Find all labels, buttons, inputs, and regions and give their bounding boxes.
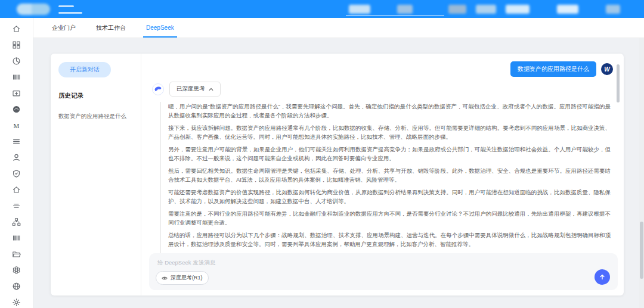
chevron-up-icon bbox=[209, 87, 213, 92]
portal-tab-bar: 企业门户 技术工作台 DeepSeek bbox=[33, 18, 644, 38]
thinking-content: 嗯，用户问的是“数据资产的应用路径是什么”，我需要先理解这个问题。首先，确定他们… bbox=[160, 102, 611, 254]
header-nav-underline bbox=[346, 15, 444, 16]
assistant-avatar bbox=[152, 83, 164, 95]
pie-chart-icon[interactable] bbox=[12, 57, 21, 66]
header-nav-item-blurred[interactable] bbox=[476, 5, 496, 14]
new-chat-button[interactable]: 开启新对话 bbox=[58, 62, 111, 77]
tab-label: DeepSeek bbox=[146, 24, 174, 31]
history-title: 历史记录 bbox=[58, 92, 133, 100]
header-nav-item-blurred[interactable] bbox=[448, 5, 466, 14]
globe-icon[interactable] bbox=[12, 282, 21, 291]
history-item[interactable]: 数据资产的应用路径是什么 bbox=[58, 113, 133, 120]
thinking-paragraph: 可能还需要考虑数据资产的价值实现路径，比如数据如何转化为商业价值，从原始数据到分… bbox=[168, 188, 611, 206]
send-arrow-icon bbox=[599, 273, 606, 281]
user-message-row: 数据资产的应用路径是什么 W bbox=[152, 61, 613, 77]
message-input-box[interactable]: 给 DeepSeek 发送消息 深度思考(R1) bbox=[149, 253, 618, 290]
user-avatar-logo: W bbox=[604, 66, 609, 73]
thinking-paragraph: 接下来，我应该拆解问题。数据资产的应用路径通常有几个阶段，比如数据的收集、存储、… bbox=[168, 123, 611, 141]
home-alt-icon[interactable] bbox=[12, 185, 21, 194]
main-content: 开启新对话 历史记录 数据资产的应用路径是什么 数据资产的应用路径是什么 W 已… bbox=[33, 38, 644, 308]
sitemap-icon[interactable] bbox=[12, 217, 21, 226]
message-input-placeholder: 给 DeepSeek 发送消息 bbox=[157, 259, 215, 267]
letter-m-icon[interactable]: M bbox=[12, 121, 21, 130]
home-icon[interactable] bbox=[12, 24, 21, 33]
deep-think-label: 深度思考(R1) bbox=[171, 274, 203, 282]
tab-label: 企业门户 bbox=[52, 24, 76, 32]
page-scrollbar-thumb[interactable] bbox=[640, 222, 643, 279]
chat-scrollbar-thumb[interactable] bbox=[617, 64, 620, 102]
portal-tab[interactable]: DeepSeek bbox=[136, 18, 184, 38]
list-icon[interactable] bbox=[12, 137, 21, 146]
video-add-icon[interactable] bbox=[12, 89, 21, 98]
header-nav-item-blurred[interactable] bbox=[606, 5, 620, 14]
svg-text:M: M bbox=[14, 122, 20, 129]
tab-label: 技术工作台 bbox=[96, 24, 126, 32]
barcode-icon[interactable] bbox=[12, 73, 21, 82]
dark-globe-icon[interactable] bbox=[12, 105, 21, 114]
gear-icon[interactable] bbox=[12, 298, 21, 307]
user-icon[interactable] bbox=[12, 153, 21, 162]
app-logo bbox=[17, 4, 50, 15]
thinking-paragraph: 然后，需要回忆相关知识。数据生命周期管理是关键，包括采集、存储、处理、分析、共享… bbox=[168, 166, 611, 184]
portal-tab[interactable]: 技术工作台 bbox=[86, 18, 136, 38]
folder-open-icon[interactable] bbox=[12, 250, 21, 259]
portal-tab[interactable]: 企业门户 bbox=[42, 18, 86, 38]
header-nav-item-blurred[interactable] bbox=[397, 5, 413, 14]
thought-toggle-label: 已深度思考 bbox=[177, 85, 205, 93]
thinking-paragraph: 另外，需要注意用户可能的背景，如果是企业用户，他们可能关注如何利用数据资产提高竞… bbox=[168, 145, 611, 163]
header-nav-item-blurred[interactable] bbox=[349, 5, 370, 14]
barcode-alt-icon[interactable] bbox=[12, 234, 21, 242]
layers-icon[interactable] bbox=[12, 201, 21, 210]
send-button[interactable] bbox=[595, 269, 610, 285]
deep-think-icon bbox=[162, 275, 168, 281]
assistant-row: 已深度思考 bbox=[152, 82, 613, 97]
header-nav-item-blurred[interactable] bbox=[557, 5, 578, 14]
deepseek-chat-card: 开启新对话 历史记录 数据资产的应用路径是什么 数据资产的应用路径是什么 W 已… bbox=[51, 54, 624, 295]
thinking-paragraph: 嗯，用户问的是“数据资产的应用路径是什么”，我需要先理解这个问题。首先，确定他们… bbox=[168, 102, 611, 120]
top-header-bar bbox=[0, 0, 644, 18]
left-icon-sidebar: M bbox=[0, 18, 33, 308]
thinking-paragraph: 需要注意的是，不同行业的应用路径可能有差异，比如金融行业和制造业的数据应用方向不… bbox=[168, 209, 611, 227]
user-avatar: W bbox=[601, 63, 613, 75]
header-nav-item-blurred[interactable] bbox=[506, 5, 530, 14]
thinking-paragraph: 总结的话，应用路径可以分为以下几个步骤：战略规划、数据治理、技术支撑、应用场景构… bbox=[168, 231, 611, 248]
shield-icon[interactable] bbox=[12, 169, 21, 178]
thought-toggle-button[interactable]: 已深度思考 bbox=[169, 82, 221, 97]
flower-icon[interactable] bbox=[12, 266, 21, 275]
deepseek-whale-icon bbox=[154, 85, 162, 94]
chat-history-panel: 开启新对话 历史记录 数据资产的应用路径是什么 bbox=[51, 54, 141, 295]
modules-icon[interactable] bbox=[12, 41, 21, 49]
deep-think-toggle[interactable]: 深度思考(R1) bbox=[156, 271, 209, 285]
user-message-bubble: 数据资产的应用路径是什么 bbox=[510, 61, 596, 77]
